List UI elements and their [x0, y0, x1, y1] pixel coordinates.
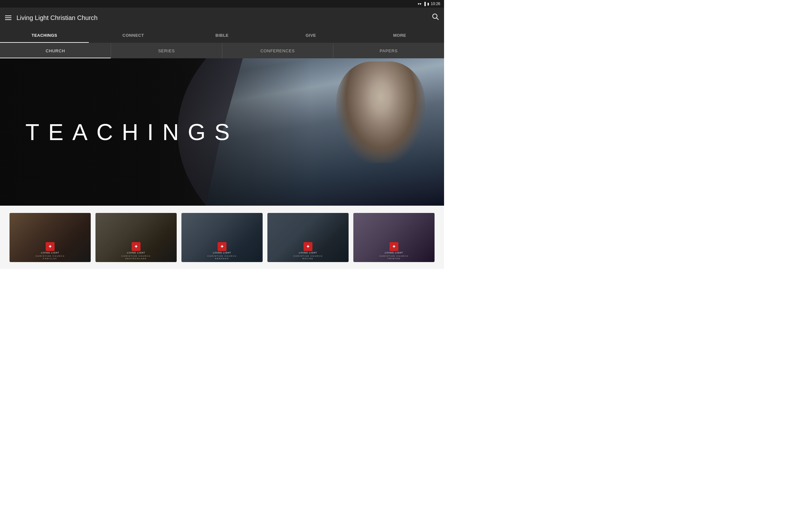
tab-connect-label: CONNECT — [122, 33, 144, 38]
tab-teachings[interactable]: TEACHINGS — [0, 28, 89, 43]
tab-connect[interactable]: CONNECT — [89, 28, 177, 43]
thumb-logo-sub-2: CHRISTIAN CHURCH — [121, 255, 151, 257]
thumb-logo-sub-3: CHRISTIAN CHURCH — [207, 255, 237, 257]
thumbnail-bg-3: ✦ LIVING LIGHT CHRISTIAN CHURCH KENOSHA — [182, 213, 263, 262]
subnav-church-label: CHURCH — [46, 49, 65, 53]
thumb-logo-icon-2: ✦ — [132, 242, 141, 251]
thumbnail-bg-4: ✦ LIVING LIGHT CHRISTIAN CHURCH RACINE — [267, 213, 349, 262]
hamburger-line-2 — [5, 17, 11, 18]
thumb-logo-icon-1: ✦ — [46, 242, 55, 251]
tab-more[interactable]: MORE — [355, 28, 444, 43]
thumb-logo-loc-2: DEUTSCHLAND — [125, 258, 147, 260]
tab-bible[interactable]: BIBLE — [177, 28, 266, 43]
thumb-logo-loc-3: KENOSHA — [215, 258, 229, 260]
hamburger-line-1 — [5, 15, 11, 16]
thumb-logo-name-3: LIVING LIGHT — [213, 251, 231, 254]
subnav-conferences[interactable]: CONFERENCES — [222, 43, 333, 58]
thumb-logo-2: ✦ LIVING LIGHT CHRISTIAN CHURCH DEUTSCHL… — [121, 242, 151, 259]
thumbnail-strip: ✦ LIVING LIGHT CHRISTIAN CHURCH CADILLAC… — [0, 206, 444, 269]
search-button[interactable] — [432, 13, 439, 22]
thumb-logo-sub-4: CHRISTIAN CHURCH — [293, 255, 322, 257]
subnav-papers-label: PAPERS — [380, 49, 398, 53]
subnav-series[interactable]: SERIES — [111, 43, 222, 58]
tab-more-label: MORE — [393, 33, 406, 38]
app-title: Living Light Christian Church — [16, 14, 98, 21]
tab-bible-label: BIBLE — [215, 33, 229, 38]
app-bar: Living Light Christian Church — [0, 8, 444, 28]
thumbnail-card-5[interactable]: ✦ LIVING LIGHT CHRISTIAN CHURCH TRINTON — [353, 213, 435, 262]
subnav-conferences-label: CONFERENCES — [260, 49, 295, 53]
app-bar-left: Living Light Christian Church — [5, 14, 98, 21]
sub-navigation: CHURCH SERIES CONFERENCES PAPERS — [0, 43, 444, 58]
status-bar: ▾▾ ▐ ▮ 10:26 — [0, 0, 444, 8]
tab-give-label: GIVE — [305, 33, 316, 38]
thumb-logo-sub-5: CHRISTIAN CHURCH — [379, 255, 409, 257]
hamburger-line-3 — [5, 19, 11, 20]
thumb-logo-name-2: LIVING LIGHT — [127, 251, 145, 254]
subnav-church[interactable]: CHURCH — [0, 43, 111, 58]
thumb-logo-4: ✦ LIVING LIGHT CHRISTIAN CHURCH RACINE — [293, 242, 322, 259]
thumb-logo-icon-3: ✦ — [217, 242, 226, 251]
thumb-logo-name-1: LIVING LIGHT — [41, 251, 59, 254]
thumb-logo-5: ✦ LIVING LIGHT CHRISTIAN CHURCH TRINTON — [379, 242, 409, 259]
signal-icon: ▐ — [423, 2, 426, 6]
tab-give[interactable]: GIVE — [266, 28, 355, 43]
svg-line-1 — [437, 18, 439, 20]
thumb-logo-1: ✦ LIVING LIGHT CHRISTIAN CHURCH CADILLAC — [36, 242, 65, 259]
hero-heading: TEACHINGS — [0, 119, 239, 145]
thumb-logo-name-4: LIVING LIGHT — [299, 251, 317, 254]
wifi-icon: ▾▾ — [418, 2, 421, 6]
thumb-logo-loc-5: TRINTON — [388, 258, 401, 260]
status-icons: ▾▾ ▐ ▮ 10:26 — [418, 2, 440, 6]
thumbnail-bg-5: ✦ LIVING LIGHT CHRISTIAN CHURCH TRINTON — [353, 213, 435, 262]
thumb-logo-sub-1: CHRISTIAN CHURCH — [36, 255, 65, 257]
hero-section: TEACHINGS — [0, 58, 444, 206]
menu-button[interactable] — [5, 15, 11, 20]
thumb-logo-loc-4: RACINE — [303, 258, 314, 260]
main-navigation: TEACHINGS CONNECT BIBLE GIVE MORE — [0, 28, 444, 43]
thumbnail-card-4[interactable]: ✦ LIVING LIGHT CHRISTIAN CHURCH RACINE — [267, 213, 349, 262]
thumbnail-bg-2: ✦ LIVING LIGHT CHRISTIAN CHURCH DEUTSCHL… — [96, 213, 177, 262]
tab-teachings-label: TEACHINGS — [32, 33, 57, 38]
thumb-logo-name-5: LIVING LIGHT — [385, 251, 403, 254]
thumb-logo-icon-5: ✦ — [390, 242, 398, 251]
subnav-series-label: SERIES — [158, 49, 175, 53]
thumbnail-card-1[interactable]: ✦ LIVING LIGHT CHRISTIAN CHURCH CADILLAC — [9, 213, 91, 262]
subnav-papers[interactable]: PAPERS — [334, 43, 444, 58]
thumb-logo-loc-1: CADILLAC — [43, 258, 57, 260]
thumbnail-card-2[interactable]: ✦ LIVING LIGHT CHRISTIAN CHURCH DEUTSCHL… — [96, 213, 177, 262]
thumbnail-bg-1: ✦ LIVING LIGHT CHRISTIAN CHURCH CADILLAC — [9, 213, 91, 262]
thumbnail-card-3[interactable]: ✦ LIVING LIGHT CHRISTIAN CHURCH KENOSHA — [182, 213, 263, 262]
battery-icon: ▮ — [427, 2, 429, 6]
thumb-logo-3: ✦ LIVING LIGHT CHRISTIAN CHURCH KENOSHA — [207, 242, 237, 259]
status-time: 10:26 — [431, 2, 440, 6]
thumb-logo-icon-4: ✦ — [304, 242, 312, 251]
